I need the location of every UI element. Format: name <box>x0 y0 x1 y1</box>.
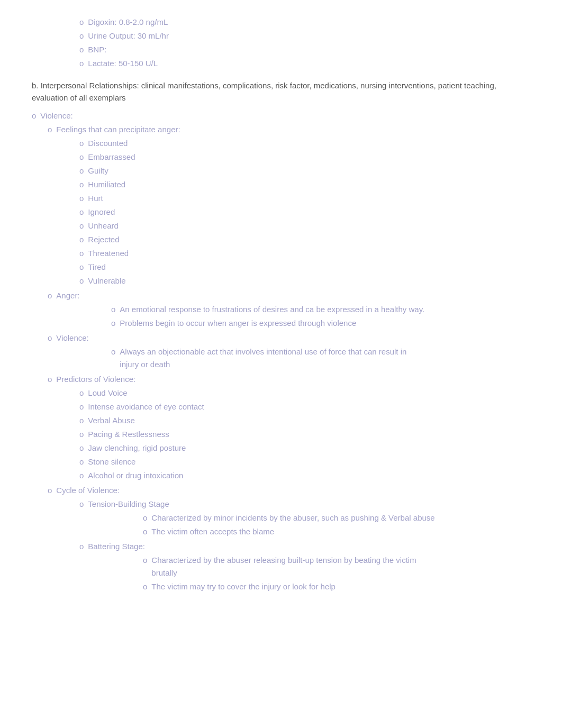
tension-item-1: The victim often accepts the blame <box>151 525 274 538</box>
predictor-5: Stone silence <box>88 456 135 468</box>
bullet-icon: o <box>79 261 84 274</box>
bullet-icon: o <box>79 43 84 56</box>
feeling-threatened: Threatened <box>88 247 129 260</box>
list-item: oAlcohol or drug intoxication <box>79 469 530 482</box>
bullet-icon: o <box>79 387 84 399</box>
list-item: o Lactate: 50-150 U/L <box>79 57 530 70</box>
section-b-text: b. Interpersonal Relationships: clinical… <box>32 81 496 102</box>
bullet-icon: o <box>48 332 52 344</box>
list-item: o Urine Output: 30 mL/hr <box>79 30 530 42</box>
feeling-embarrassed: Embarrassed <box>88 151 135 163</box>
bullet-icon: o <box>143 554 147 567</box>
violence-top-label: Violence: <box>40 110 72 122</box>
list-item: oVerbal Abuse <box>79 414 530 427</box>
predictor-0: Loud Voice <box>88 387 127 399</box>
bullet-icon: o <box>143 580 147 593</box>
list-item: oStone silence <box>79 456 530 468</box>
feelings-label: Feelings that can precipitate anger: <box>56 123 180 136</box>
anger-item-0: An emotional response to frustrations of… <box>120 303 424 316</box>
bullet-icon: o <box>79 498 84 511</box>
feeling-ignored: Ignored <box>88 206 115 219</box>
bullet-icon: o <box>79 16 84 29</box>
feeling-discounted: Discounted <box>88 137 128 150</box>
bullet-icon: o <box>143 512 147 524</box>
feeling-humiliated: Humiliated <box>88 178 125 191</box>
list-item: o Characterized by the abuser releasing … <box>143 554 530 579</box>
bullet-icon: o <box>48 484 52 497</box>
intro-list: o Digoxin: 0.8-2.0 ng/mL o Urine Output:… <box>32 16 530 70</box>
list-item: o Problems begin to occur when anger is … <box>111 317 530 330</box>
tension-list: o Characterized by minor incidents by th… <box>32 512 530 538</box>
tension-label: Tension-Building Stage <box>88 498 169 511</box>
bullet-icon: o <box>79 469 84 482</box>
violence2-label: Violence: <box>56 332 88 344</box>
predictor-2: Verbal Abuse <box>88 414 134 427</box>
bullet-icon: o <box>32 110 36 122</box>
list-item: oHurt <box>79 192 530 205</box>
bullet-icon: o <box>48 373 52 386</box>
violence-top-item: o Violence: <box>32 110 530 122</box>
predictors-label: Predictors of Violence: <box>56 373 135 386</box>
predictor-6: Alcohol or drug intoxication <box>88 469 183 482</box>
intro-section: o Digoxin: 0.8-2.0 ng/mL o Urine Output:… <box>32 16 530 70</box>
battering-item-0: Characterized by the abuser releasing bu… <box>151 554 442 579</box>
bullet-icon: o <box>79 247 84 260</box>
tension-parent-item: o Tension-Building Stage <box>79 498 530 511</box>
tension-item-0: Characterized by minor incidents by the … <box>151 512 434 524</box>
list-item: oJaw clenching, rigid posture <box>79 442 530 454</box>
feeling-unheard: Unheard <box>88 220 119 232</box>
bullet-icon: o <box>79 414 84 427</box>
bullet-icon: o <box>79 401 84 413</box>
feeling-rejected: Rejected <box>88 233 119 246</box>
violence2-list: o Always an objectionable act that invol… <box>32 345 530 371</box>
predictors-list: oLoud Voice oIntense avoidance of eye co… <box>32 387 530 482</box>
bullet-icon: o <box>111 303 115 316</box>
list-item: oHumiliated <box>79 178 530 191</box>
predictor-1: Intense avoidance of eye contact <box>88 401 204 413</box>
list-item: oRejected <box>79 233 530 246</box>
feeling-vulnerable: Vulnerable <box>88 275 125 287</box>
predictor-3: Pacing & Restlessness <box>88 428 169 441</box>
feeling-tired: Tired <box>88 261 106 274</box>
list-item: o An emotional response to frustrations … <box>111 303 530 316</box>
feeling-hurt: Hurt <box>88 192 103 205</box>
battering-item-1: The victim may try to cover the injury o… <box>151 580 336 593</box>
list-item: oDiscounted <box>79 137 530 150</box>
list-item: o Digoxin: 0.8-2.0 ng/mL <box>79 16 530 29</box>
cycle-parent-item: o Cycle of Violence: <box>48 484 530 497</box>
list-item: oVulnerable <box>79 275 530 287</box>
bullet-icon: o <box>111 317 115 330</box>
list-item: o BNP: <box>79 43 530 56</box>
intro-item-bnp: BNP: <box>88 43 106 56</box>
section-b-heading: b. Interpersonal Relationships: clinical… <box>32 79 530 104</box>
battering-label: Battering Stage: <box>88 540 145 553</box>
bullet-icon: o <box>79 540 84 553</box>
bullet-icon: o <box>79 442 84 454</box>
list-item: oLoud Voice <box>79 387 530 399</box>
predictors-parent-item: o Predictors of Violence: <box>48 373 530 386</box>
list-item: oIgnored <box>79 206 530 219</box>
battering-parent-item: o Battering Stage: <box>79 540 530 553</box>
bullet-icon: o <box>79 30 84 42</box>
list-item: oIntense avoidance of eye contact <box>79 401 530 413</box>
list-item: oEmbarrassed <box>79 151 530 163</box>
bullet-icon: o <box>79 192 84 205</box>
list-item: oTired <box>79 261 530 274</box>
intro-item-urine: Urine Output: 30 mL/hr <box>88 30 169 42</box>
cycle-label: Cycle of Violence: <box>56 484 120 497</box>
bullet-icon: o <box>79 428 84 441</box>
bullet-icon: o <box>79 165 84 177</box>
bullet-icon: o <box>79 233 84 246</box>
anger-parent-item: o Anger: <box>48 289 530 302</box>
bullet-icon: o <box>79 178 84 191</box>
anger-label: Anger: <box>56 289 79 302</box>
bullet-icon: o <box>143 525 147 538</box>
list-item: oUnheard <box>79 220 530 232</box>
list-item: oPacing & Restlessness <box>79 428 530 441</box>
bullet-icon: o <box>48 289 52 302</box>
predictor-4: Jaw clenching, rigid posture <box>88 442 186 454</box>
list-item: o Characterized by minor incidents by th… <box>143 512 530 524</box>
bullet-icon: o <box>48 123 52 136</box>
list-item: oThreatened <box>79 247 530 260</box>
violence2-parent-item: o Violence: <box>48 332 530 344</box>
